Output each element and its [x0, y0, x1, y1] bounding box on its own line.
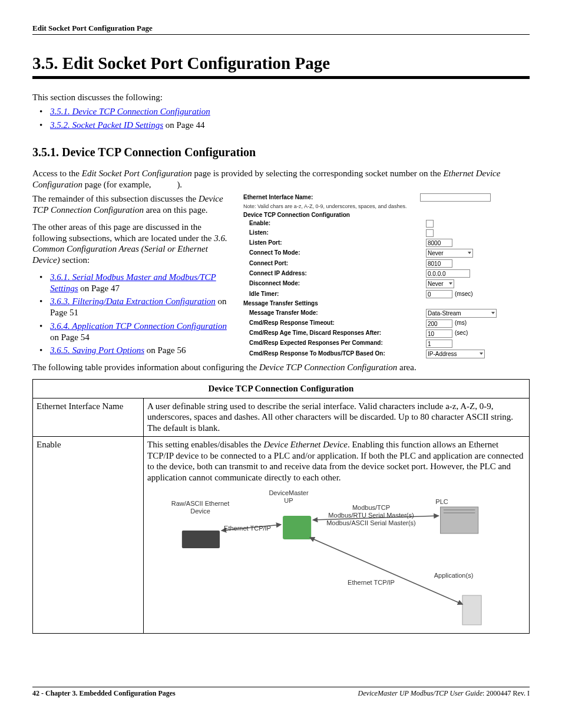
remainder-paragraph: The remainder of this subsection discuss…: [32, 193, 233, 216]
text-run-italic: Device TCP Connection Configuration: [259, 363, 397, 372]
svg-rect-1: [283, 516, 311, 539]
scr-row: Cmd/Resp Expected Responses Per Command:…: [243, 340, 530, 348]
scr-unit: (sec): [455, 330, 468, 337]
scr-label: Cmd/Resp Response To Modbus/TCP Based On…: [243, 350, 426, 358]
other-areas-paragraph: The other areas of this page are discuss…: [32, 222, 233, 266]
footer-doc-rev: : 2000447 Rev. I: [482, 689, 530, 697]
scr-input[interactable]: 0.0.0.0: [426, 269, 470, 278]
text-run: This setting enables/disables the: [147, 440, 263, 449]
list-item: 3.6.4. Application TCP Connection Config…: [50, 321, 233, 343]
text-run: page is provided by selecting the corres…: [192, 169, 444, 178]
running-head: Edit Socket Port Configuration Page: [32, 24, 530, 33]
scr-checkbox[interactable]: [426, 229, 434, 237]
xref-bullet-list: 3.6.1. Serial Modbus Master and Modbus/T…: [32, 272, 233, 356]
xref-link[interactable]: 3.5.1. Device TCP Connection Configurati…: [50, 107, 210, 116]
text-run-italic: Device Ethernet Device: [263, 440, 347, 449]
scr-checkbox[interactable]: [426, 220, 434, 228]
diagram-modbus-label: Modbus/TCPModbus/RTU Serial Master(s)Mod…: [318, 504, 424, 528]
table-row: Ethernet Interface Name A user definable…: [33, 398, 530, 436]
diagram-plc-label: PLC: [424, 498, 459, 506]
scr-control-wrapper: Never: [426, 249, 473, 258]
xref-link[interactable]: 3.6.1. Serial Modbus Master and Modbus/T…: [50, 272, 216, 293]
scr-row: Cmd/Resp Response Timeout:200(ms): [243, 319, 530, 328]
link-suffix: on Page 54: [50, 332, 90, 342]
scr-select[interactable]: Never: [426, 249, 473, 258]
intro-paragraph: This section discusses the following:: [32, 92, 530, 103]
text-run: Access to the: [32, 169, 82, 178]
list-item: 3.5.2. Socket Packet ID Settings on Page…: [50, 120, 530, 131]
scr-input[interactable]: 1: [426, 340, 452, 348]
scr-input[interactable]: 8000: [426, 239, 452, 247]
scr-row: Listen Port:8000: [243, 239, 530, 247]
scr-label: Cmd/Resp Expected Responses Per Command:: [243, 340, 426, 347]
diagram-raw-label: Raw/ASCII EthernetDevice: [165, 500, 236, 515]
scr-label: Disconnect Mode:: [243, 280, 426, 288]
scr-row: Connect Port:8010: [243, 259, 530, 268]
text-run: page (for example,: [82, 180, 153, 189]
scr-control-wrapper: [426, 229, 434, 237]
scr-row: Disconnect Mode:Never: [243, 279, 530, 288]
svg-rect-0: [182, 531, 220, 548]
table-row: Enable This setting enables/disables the…: [33, 436, 530, 633]
scr-control-wrapper: 200(ms): [426, 319, 467, 328]
scr-row: Cmd/Resp Age Time, Discard Responses Aft…: [243, 330, 530, 338]
scr-label: Connect Port:: [243, 260, 426, 268]
scr-unit: (ms): [455, 319, 467, 327]
table-term: Enable: [33, 436, 144, 633]
text-run: The other areas of this page are discuss…: [32, 222, 214, 243]
scr-select[interactable]: Data-Stream: [426, 309, 497, 318]
text-run: ).: [177, 180, 182, 189]
access-paragraph: Access to the Edit Socket Port Configura…: [32, 168, 530, 190]
footer-doc-title: DeviceMaster UP Modbus/TCP User Guide: [358, 689, 483, 697]
scr-label: Listen:: [243, 229, 426, 237]
scr-heading-2: Message Transfer Settings: [243, 300, 530, 308]
xref-link[interactable]: 3.5.2. Socket Packet ID Settings: [50, 120, 163, 130]
scr-input[interactable]: 0: [426, 290, 452, 298]
link-suffix: on Page 56: [144, 345, 186, 355]
scr-label: Enable:: [243, 220, 426, 228]
list-item: 3.5.1. Device TCP Connection Configurati…: [50, 106, 530, 117]
xref-link[interactable]: 3.6.4. Application TCP Connection Config…: [50, 321, 227, 331]
xref-link[interactable]: 3.6.5. Saving Port Options: [50, 345, 144, 355]
scr-label: Connect To Mode:: [243, 249, 426, 257]
text-run: area.: [397, 363, 416, 372]
footer-left: 42 - Chapter 3. Embedded Configuration P…: [32, 689, 176, 698]
scr-label: Idle Timer:: [243, 291, 426, 298]
diagram-eth2-label: Ethernet TCP/IP: [336, 579, 406, 587]
diagram-eth1-label: Ethernet TCP/IP: [218, 525, 277, 532]
scr-select[interactable]: IP-Address: [426, 350, 485, 358]
footer-right: DeviceMaster UP Modbus/TCP User Guide: 2…: [358, 689, 530, 698]
scr-label: Cmd/Resp Response Timeout:: [243, 319, 426, 327]
scr-control-wrapper: Data-Stream: [426, 309, 497, 318]
scr-label: Listen Port:: [243, 239, 426, 247]
scr-unit: (msec): [455, 291, 473, 298]
description-table: Device TCP Connection Configuration Ethe…: [32, 379, 530, 634]
text-run: section:: [60, 255, 90, 265]
scr-control-wrapper: [426, 220, 434, 228]
scr-control-wrapper: 8000: [426, 239, 452, 247]
svg-rect-5: [462, 595, 481, 625]
scr-row: Enable:: [243, 220, 530, 228]
scr-control-wrapper: Never: [426, 279, 454, 288]
xref-link[interactable]: 3.6.3. Filtering/Data Extraction Configu…: [50, 297, 216, 306]
scr-heading-1: Device TCP Connection Configuration: [243, 212, 530, 219]
scr-row: Connect IP Address:0.0.0.0: [243, 269, 530, 278]
scr-row: Listen:: [243, 229, 530, 237]
table-desc: This setting enables/disables the Device…: [144, 436, 530, 633]
list-item: 3.6.3. Filtering/Data Extraction Configu…: [50, 296, 233, 318]
scr-control-wrapper: 0(msec): [426, 290, 473, 298]
scr-label: Cmd/Resp Age Time, Discard Responses Aft…: [243, 330, 426, 337]
scr-input[interactable]: 10: [426, 330, 452, 338]
text-run: area on this page.: [144, 205, 208, 215]
scr-label: Connect IP Address:: [243, 270, 426, 278]
eth-name-input[interactable]: [420, 193, 491, 202]
subsection-title: 3.5.1. Device TCP Connection Configurati…: [32, 145, 530, 160]
scr-control-wrapper: 0.0.0.0: [426, 269, 470, 278]
scr-input[interactable]: 8010: [426, 259, 452, 268]
link-suffix: on Page 47: [78, 284, 120, 293]
scr-input[interactable]: 200: [426, 319, 452, 328]
intro-bullet-list: 3.5.1. Device TCP Connection Configurati…: [32, 106, 530, 131]
scr-select[interactable]: Never: [426, 279, 454, 288]
text-run: The following table provides information…: [32, 363, 259, 372]
top-rule: [32, 34, 530, 35]
